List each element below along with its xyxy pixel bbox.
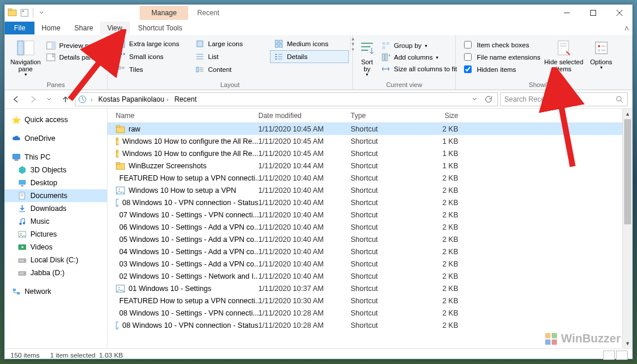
scroll-down-icon[interactable]: ▼ <box>623 338 632 348</box>
collapse-ribbon-icon[interactable]: ᐱ <box>625 25 629 32</box>
nav-downloads[interactable]: Downloads <box>5 202 107 215</box>
nav-desktop[interactable]: Desktop <box>5 176 107 189</box>
svg-rect-7 <box>25 41 34 55</box>
file-row[interactable]: 03 Windows 10 - Settings - Add a VPN co.… <box>108 258 632 270</box>
layout-details[interactable]: Details <box>270 50 349 63</box>
tab-share[interactable]: Share <box>67 22 100 34</box>
maximize-button[interactable] <box>580 5 606 21</box>
sort-by-button[interactable]: Sort by▾ <box>356 36 378 80</box>
layout-list[interactable]: List <box>191 50 270 63</box>
group-by-button[interactable]: Group by ▾ <box>378 40 461 51</box>
layout-tiles[interactable]: Tiles <box>112 63 191 76</box>
contextual-tab-manage[interactable]: Manage <box>140 6 188 20</box>
drive-icon <box>18 268 27 278</box>
options-button[interactable]: Options▾ <box>585 36 618 73</box>
address-box[interactable]: › Kostas Papanikolaou› Recent <box>75 92 498 106</box>
svg-rect-3 <box>22 11 24 12</box>
close-button[interactable] <box>606 5 632 21</box>
svg-rect-115 <box>545 339 551 345</box>
tab-home[interactable]: Home <box>34 22 67 34</box>
file-row[interactable]: raw1/11/2020 10:45 AMShortcut2 KB <box>108 123 632 135</box>
layout-extra-large[interactable]: Extra large icons <box>112 37 191 50</box>
hidden-items-checkbox[interactable]: Hidden items <box>459 63 543 75</box>
preview-pane-button[interactable]: Preview pane <box>43 40 103 51</box>
nav-pictures[interactable]: Pictures <box>5 228 107 241</box>
item-check-boxes-checkbox[interactable]: Item check boxes <box>459 39 543 51</box>
nav-this-pc[interactable]: This PC <box>5 151 107 164</box>
column-headers[interactable]: Name Date modified Type Size <box>108 109 632 123</box>
col-date[interactable]: Date modified <box>258 112 351 120</box>
view-details-button[interactable] <box>603 351 615 360</box>
svg-rect-25 <box>275 54 277 55</box>
details-pane-icon <box>46 53 56 62</box>
nav-onedrive[interactable]: OneDrive <box>5 132 107 145</box>
network-icon <box>12 287 21 296</box>
file-row[interactable]: 02 Windows 10 - Settings - Network and I… <box>108 270 632 282</box>
file-row[interactable]: 07 Windows 10 - Settings - VPN connecti.… <box>108 209 632 221</box>
layout-content[interactable]: Content <box>191 63 270 76</box>
nav-quick-access[interactable]: ⭐Quick access <box>5 113 107 126</box>
file-row[interactable]: 06 Windows 10 - Settings - Add a VPN co.… <box>108 221 632 233</box>
file-row[interactable]: 08 Windows 10 - VPN connection - Status1… <box>108 196 632 209</box>
search-box[interactable]: Search Recent <box>500 92 628 106</box>
recent-locations-button[interactable] <box>42 92 56 106</box>
nav-jabba[interactable]: Jabba (D:) <box>5 266 107 279</box>
file-row[interactable]: FEATURED How to setup a VPN connecti...1… <box>108 294 632 307</box>
col-name[interactable]: Name <box>108 112 258 120</box>
nav-local-disk[interactable]: Local Disk (C:) <box>5 254 107 266</box>
svg-rect-53 <box>598 49 600 51</box>
scroll-up-icon[interactable]: ▲ <box>623 109 632 119</box>
col-size[interactable]: Size <box>425 112 469 120</box>
scrollbar[interactable]: ▲ ▼ <box>622 109 632 348</box>
add-columns-button[interactable]: +Add columns ▾ <box>378 51 461 63</box>
file-row[interactable]: 04 Windows 10 - Settings - Add a VPN co.… <box>108 245 632 258</box>
minimize-button[interactable] <box>553 5 580 21</box>
svg-rect-17 <box>275 44 278 47</box>
svg-rect-27 <box>275 56 277 57</box>
file-name-extensions-checkbox[interactable]: File name extensions <box>459 51 543 63</box>
breadcrumb-user[interactable]: Kostas Papanikolaou› <box>96 95 171 103</box>
drive-icon <box>18 255 27 265</box>
details-pane-button[interactable]: Details pane <box>43 51 103 63</box>
nav-network[interactable]: Network <box>5 285 107 298</box>
tab-view[interactable]: View <box>100 22 129 34</box>
tab-shortcut-tools[interactable]: Shortcut Tools <box>129 22 191 34</box>
add-columns-icon: + <box>381 53 390 62</box>
nav-videos[interactable]: Videos <box>5 241 107 254</box>
file-row[interactable]: Windows 10 How to configure the All Re..… <box>108 135 632 147</box>
qat-explorer-icon[interactable] <box>7 8 18 18</box>
layout-large[interactable]: Large icons <box>191 37 270 50</box>
svg-rect-78 <box>116 126 120 127</box>
back-button[interactable] <box>9 92 23 106</box>
up-button[interactable] <box>58 92 72 106</box>
forward-button[interactable] <box>26 92 40 106</box>
file-row[interactable]: 05 Windows 10 - Settings - Add a VPN co.… <box>108 233 632 245</box>
file-row[interactable]: 01 Windows 10 - Settings1/11/2020 10:37 … <box>108 282 632 294</box>
view-large-icons-button[interactable] <box>616 351 628 360</box>
tab-file[interactable]: File <box>5 22 34 34</box>
address-dropdown[interactable] <box>469 92 480 106</box>
file-row[interactable]: WinBuzzer Screenshots1/11/2020 10:44 AMS… <box>108 160 632 172</box>
nav-3d-objects[interactable]: 3D Objects <box>5 164 107 176</box>
file-row[interactable]: 08 Windows 10 - VPN connection - Status1… <box>108 319 632 331</box>
file-row[interactable]: FEATURED How to setup a VPN connecti...1… <box>108 172 632 184</box>
file-row[interactable]: Windows 10 How to setup a VPN1/11/2020 1… <box>108 184 632 196</box>
breadcrumb-recent[interactable]: Recent <box>172 95 199 103</box>
nav-music[interactable]: Music <box>5 215 107 228</box>
svg-point-66 <box>19 223 22 225</box>
qat-properties-icon[interactable] <box>19 8 30 18</box>
svg-rect-20 <box>120 53 122 55</box>
file-row[interactable]: Windows 10 How to configure the All Re..… <box>108 147 632 160</box>
search-icon <box>615 95 624 103</box>
file-row[interactable]: 08 Windows 10 - Settings - VPN connecti.… <box>108 307 632 319</box>
hide-selected-button[interactable]: Hide selected items <box>543 36 585 75</box>
layout-medium[interactable]: Medium icons <box>270 37 349 50</box>
nav-documents[interactable]: Documents <box>5 189 107 202</box>
scroll-thumb[interactable] <box>624 119 631 224</box>
navigation-pane-button[interactable]: Navigation pane▾ <box>8 36 43 80</box>
layout-small[interactable]: Small icons <box>112 50 191 63</box>
qat-dropdown[interactable] <box>36 8 47 18</box>
refresh-button[interactable] <box>481 92 495 106</box>
col-type[interactable]: Type <box>351 112 425 120</box>
size-all-columns-button[interactable]: Size all columns to fit <box>378 63 461 75</box>
